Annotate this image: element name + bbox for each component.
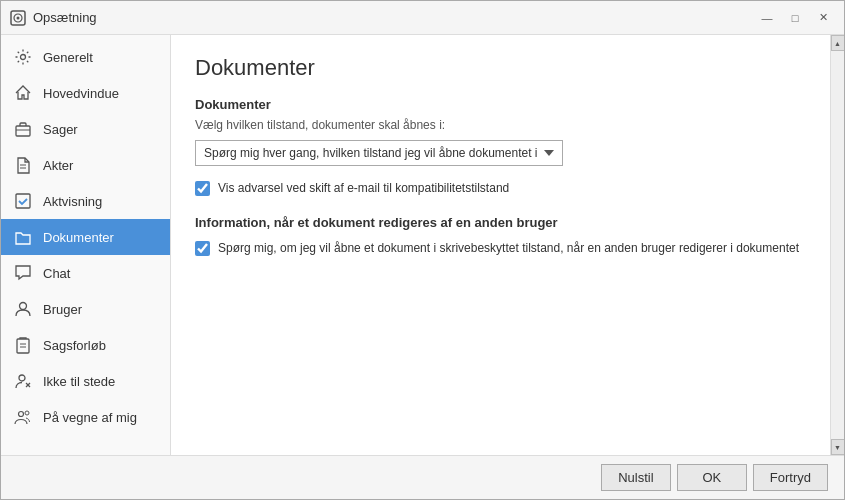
window-icon <box>9 9 27 27</box>
checkbox-row-2: Spørg mig, om jeg vil åbne et dokument i… <box>195 240 806 257</box>
sidebar-label-ikke-til-stede: Ikke til stede <box>43 374 115 389</box>
scrollbar[interactable]: ▲ ▼ <box>830 35 844 455</box>
home-icon <box>13 83 33 103</box>
svg-rect-9 <box>17 339 29 353</box>
sidebar-item-bruger[interactable]: Bruger <box>1 291 170 327</box>
close-button[interactable]: ✕ <box>810 7 836 29</box>
svg-point-8 <box>20 303 27 310</box>
scroll-up-button[interactable]: ▲ <box>831 35 845 51</box>
checkbox-label-compatibility: Vis advarsel ved skift af e-mail til kom… <box>218 180 509 197</box>
checkbox-row-1: Vis advarsel ved skift af e-mail til kom… <box>195 180 806 197</box>
content-area: Generelt Hovedvindue <box>1 35 844 455</box>
chat-icon <box>13 263 33 283</box>
sidebar-label-hovedvindue: Hovedvindue <box>43 86 119 101</box>
checkbox-readonly[interactable] <box>195 241 210 256</box>
page-title: Dokumenter <box>195 55 806 81</box>
section1-subtitle: Vælg hvilken tilstand, dokumenter skal å… <box>195 118 806 132</box>
sidebar-item-akter[interactable]: Akter <box>1 147 170 183</box>
titlebar: Opsætning — □ ✕ <box>1 1 844 35</box>
sidebar-item-ikke-til-stede[interactable]: Ikke til stede <box>1 363 170 399</box>
briefcase-icon <box>13 119 33 139</box>
user-x-icon <box>13 371 33 391</box>
sidebar-label-paa-vegne-af-mig: På vegne af mig <box>43 410 137 425</box>
ok-button[interactable]: OK <box>677 464 747 491</box>
sidebar-item-dokumenter[interactable]: Dokumenter <box>1 219 170 255</box>
maximize-button[interactable]: □ <box>782 7 808 29</box>
svg-rect-3 <box>16 126 30 136</box>
checkbox-compatibility[interactable] <box>195 181 210 196</box>
sidebar-item-hovedvindue[interactable]: Hovedvindue <box>1 75 170 111</box>
reset-button[interactable]: Nulstil <box>601 464 671 491</box>
sidebar-label-sagsforloeb: Sagsforløb <box>43 338 106 353</box>
sidebar-label-sager: Sager <box>43 122 78 137</box>
sidebar-label-generelt: Generelt <box>43 50 93 65</box>
cancel-button[interactable]: Fortryd <box>753 464 828 491</box>
checkbox-label-readonly: Spørg mig, om jeg vil åbne et dokument i… <box>218 240 799 257</box>
sidebar: Generelt Hovedvindue <box>1 35 171 455</box>
settings-window: Opsætning — □ ✕ Generelt <box>0 0 845 500</box>
dropdown-row[interactable]: Spørg mig hver gang, hvilken tilstand je… <box>195 140 806 166</box>
svg-point-2 <box>21 55 26 60</box>
sidebar-label-dokumenter: Dokumenter <box>43 230 114 245</box>
clipboard-icon <box>13 335 33 355</box>
footer: Nulstil OK Fortryd <box>1 455 844 499</box>
section1-title: Dokumenter <box>195 97 806 112</box>
sidebar-item-aktvisning[interactable]: Aktvisning <box>1 183 170 219</box>
dropdown-value: Spørg mig hver gang, hvilken tilstand je… <box>204 146 538 160</box>
scroll-down-button[interactable]: ▼ <box>831 439 845 455</box>
sidebar-label-akter: Akter <box>43 158 73 173</box>
check-icon <box>13 191 33 211</box>
sidebar-item-generelt[interactable]: Generelt <box>1 39 170 75</box>
info-section: Information, når et dokument redigeres a… <box>195 215 806 257</box>
gear-icon <box>13 47 33 67</box>
document-icon <box>13 155 33 175</box>
sidebar-item-chat[interactable]: Chat <box>1 255 170 291</box>
chevron-down-icon <box>544 150 554 156</box>
sidebar-item-paa-vegne-af-mig[interactable]: På vegne af mig <box>1 399 170 435</box>
svg-point-15 <box>19 412 24 417</box>
sidebar-label-aktvisning: Aktvisning <box>43 194 102 209</box>
sidebar-label-bruger: Bruger <box>43 302 82 317</box>
sidebar-item-sager[interactable]: Sager <box>1 111 170 147</box>
sidebar-label-chat: Chat <box>43 266 70 281</box>
user-group-icon <box>13 407 33 427</box>
main-content: Dokumenter Dokumenter Vælg hvilken tilst… <box>171 35 830 455</box>
user-icon <box>13 299 33 319</box>
svg-point-1 <box>17 16 20 19</box>
section2-title: Information, når et dokument redigeres a… <box>195 215 806 230</box>
minimize-button[interactable]: — <box>754 7 780 29</box>
window-title: Opsætning <box>33 10 754 25</box>
document-mode-dropdown[interactable]: Spørg mig hver gang, hvilken tilstand je… <box>195 140 563 166</box>
folder-icon <box>13 227 33 247</box>
sidebar-item-sagsforloeb[interactable]: Sagsforløb <box>1 327 170 363</box>
svg-rect-7 <box>16 194 30 208</box>
svg-point-12 <box>19 375 25 381</box>
window-controls: — □ ✕ <box>754 7 836 29</box>
svg-point-16 <box>25 411 29 415</box>
